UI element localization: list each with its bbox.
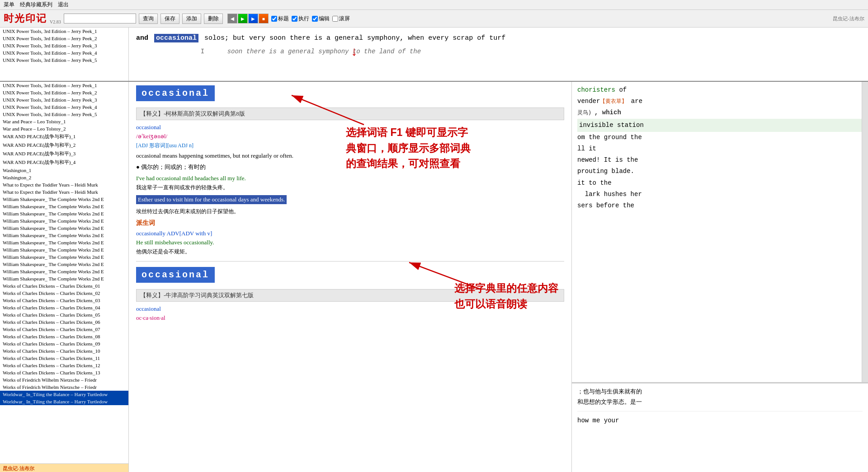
menu-item-exit[interactable]: 退出 <box>58 1 69 9</box>
book-item-11[interactable]: Washington_1 <box>0 167 128 174</box>
book-item-25[interactable]: William Shakespeare_ The Complete Works … <box>0 268 128 275</box>
menu-bar: 菜单 经典珍藏系列 退出 <box>0 0 868 10</box>
book-item-39[interactable]: Works of Charles Dickens – Charles Dicke… <box>0 369 128 376</box>
dict1-example2-en[interactable]: Esther used to visit him for the occasio… <box>136 195 287 204</box>
bottom-cn-text1: ；也与他与生俱来就有的 和思想的文学形态。是一 <box>577 386 863 411</box>
dict1-example2-cn: 埃丝特过去偶尔在周末或别的日子探望他。 <box>136 208 564 215</box>
book-item-33[interactable]: Works of Charles Dickens – Charles Dicke… <box>0 326 128 333</box>
add-button[interactable]: 添加 <box>182 14 201 24</box>
icon-btn-3[interactable]: ▶ <box>248 14 258 23</box>
dict2-phonetic: oc·ca·sion·al <box>136 314 564 322</box>
icon-btn-1[interactable]: ◀ <box>227 14 237 23</box>
book-item-top-0[interactable]: UNIX Power Tools, 3rd Edition – Jerry Pe… <box>0 28 128 35</box>
right-line-4: invisible station <box>577 119 863 132</box>
right-line-9: it to the <box>577 178 863 189</box>
book-item-28[interactable]: Works of Charles Dickens – Charles Dicke… <box>0 290 128 297</box>
book-item-38[interactable]: Works of Charles Dickens – Charles Dicke… <box>0 362 128 369</box>
book-item-31[interactable]: Works of Charles Dickens – Charles Dicke… <box>0 311 128 318</box>
right-line-2: vender【黄衣草】 are <box>577 96 863 107</box>
top-text-line1: and occasional solos; but very soon ther… <box>136 32 861 44</box>
toolbar: 时光印记 V2.83 查询 保存 添加 删除 ◀ ▶ ▶ ■ 标题 执行 编辑 … <box>0 10 868 28</box>
book-item-16[interactable]: William Shakespeare_ The Complete Works … <box>0 203 128 210</box>
dict1-pos: [ADJ 形容词][usu ADJ n] <box>136 142 564 150</box>
book-item-43[interactable]: Worldwar_ In_Tiling the Balance – Harry … <box>0 398 128 405</box>
book-item-40[interactable]: Works of Friedrich Wilhelm Nietzsche – F… <box>0 376 128 383</box>
book-item-29[interactable]: Works of Charles Dickens – Charles Dicke… <box>0 297 128 304</box>
menu-item-menu[interactable]: 菜单 <box>4 1 14 9</box>
icon-btn-4[interactable]: ■ <box>259 14 269 23</box>
book-item-4[interactable]: UNIX Power Tools, 3rd Edition – Jerry Pe… <box>0 111 128 118</box>
book-list[interactable]: UNIX Power Tools, 3rd Edition – Jerry Pe… <box>0 28 128 81</box>
book-item-top-1[interactable]: UNIX Power Tools, 3rd Edition – Jerry Pe… <box>0 35 128 42</box>
left-panel: UNIX Power Tools, 3rd Edition – Jerry Pe… <box>0 82 129 472</box>
which-text: which <box>602 109 621 116</box>
book-item-18[interactable]: William Shakespeare_ The Complete Works … <box>0 217 128 224</box>
book-item-3[interactable]: UNIX Power Tools, 3rd Edition – Jerry Pe… <box>0 103 128 111</box>
right-line-6: ll it <box>577 143 863 154</box>
book-item-19[interactable]: William Shakespeare_ The Complete Works … <box>0 224 128 232</box>
checkbox-execute[interactable]: 执行 <box>292 15 309 23</box>
book-item-42[interactable]: Worldwar_ In_Tiling the Balance – Harry … <box>0 391 128 398</box>
book-item-15[interactable]: William Shakespeare_ The Complete Works … <box>0 196 128 203</box>
book-item-1[interactable]: UNIX Power Tools, 3rd Edition – Jerry Pe… <box>0 89 128 96</box>
book-item-21[interactable]: William Shakespeare_ The Complete Works … <box>0 239 128 246</box>
book-list-main[interactable]: UNIX Power Tools, 3rd Edition – Jerry Pe… <box>0 82 128 463</box>
book-item-35[interactable]: Works of Charles Dickens – Charles Dicke… <box>0 340 128 347</box>
book-item-12[interactable]: Washington_2 <box>0 174 128 181</box>
book-item-top-2[interactable]: UNIX Power Tools, 3rd Edition – Jerry Pe… <box>0 42 128 49</box>
menu-item-series[interactable]: 经典珍藏系列 <box>20 1 52 9</box>
save-button[interactable]: 保存 <box>160 14 179 24</box>
book-item-30[interactable]: Works of Charles Dickens – Charles Dicke… <box>0 304 128 311</box>
book-item-24[interactable]: William Shakespeare_ The Complete Works … <box>0 261 128 268</box>
book-item-2[interactable]: UNIX Power Tools, 3rd Edition – Jerry Pe… <box>0 96 128 103</box>
book-item-0[interactable]: UNIX Power Tools, 3rd Edition – Jerry Pe… <box>0 82 128 89</box>
book-item-23[interactable]: William Shakespeare_ The Complete Works … <box>0 253 128 261</box>
right-line-11: sers before the <box>577 200 863 211</box>
book-item-26[interactable]: William Shakespeare_ The Complete Works … <box>0 275 128 282</box>
book-item-34[interactable]: Works of Charles Dickens – Charles Dicke… <box>0 333 128 340</box>
right-text-top: choristers of vender【黄衣草】 are 灵鸟）, which… <box>572 82 868 383</box>
search-button[interactable]: 查询 <box>139 14 158 24</box>
checkbox-scroll[interactable]: 滚屏 <box>332 15 350 23</box>
book-item-14[interactable]: What to Expect the Toddler Years – Heidi… <box>0 188 128 196</box>
top-right-label: 昆虫记-法布尔 <box>833 15 864 22</box>
book-item-37[interactable]: Works of Charles Dickens – Charles Dicke… <box>0 355 128 362</box>
app-version: V2.83 <box>50 19 61 24</box>
main-layout: UNIX Power Tools, 3rd Edition – Jerry Pe… <box>0 82 868 472</box>
book-item-27[interactable]: Works of Charles Dickens – Charles Dicke… <box>0 282 128 290</box>
checkbox-edit[interactable]: 编辑 <box>312 15 330 23</box>
book-item-20[interactable]: William Shakespeare_ The Complete Works … <box>0 232 128 239</box>
search-input[interactable] <box>64 14 136 23</box>
right-line-5: om the ground the <box>577 132 863 143</box>
right-line-3: 灵鸟）, which <box>577 107 863 118</box>
checkbox-title[interactable]: 标题 <box>271 15 289 23</box>
book-item-41[interactable]: Works of Friedrich Wilhelm Nietzsche – F… <box>0 383 128 391</box>
book-item-5[interactable]: War and Peace – Leo Tolstoy_1 <box>0 118 128 125</box>
book-item-10[interactable]: WAR AND PEACE(战争与和平)_4 <box>0 158 128 167</box>
dict1-example1-cn: 我这辈子一直有间或发作的轻微头疼。 <box>136 184 564 192</box>
book-item-top-4[interactable]: UNIX Power Tools, 3rd Edition – Jerry Pe… <box>0 56 128 64</box>
book-item-9[interactable]: WAR AND PEACE(战争与和平)_3 <box>0 150 128 158</box>
dict1-phonetic: /əˈkeiʒənəl/ <box>136 133 564 140</box>
right-text-bottom: ；也与他与生俱来就有的 和思想的文学形态。是一 how me your <box>572 383 868 472</box>
dict-content[interactable]: occasional 【释义】-柯林斯高阶英汉双解词典第8版 occasiona… <box>129 82 571 472</box>
book-item-13[interactable]: What to Expect the Toddler Years – Heidi… <box>0 181 128 188</box>
book-item-17[interactable]: William Shakespeare_ The Complete Works … <box>0 210 128 217</box>
delete-button[interactable]: 删除 <box>204 14 223 24</box>
icon-btn-2[interactable]: ▶ <box>238 14 248 23</box>
book-item-32[interactable]: Works of Charles Dickens – Charles Dicke… <box>0 318 128 326</box>
right-scrollbar[interactable] <box>862 82 868 382</box>
dict1-cn-def: ● 偶尔的；间或的；有时的 <box>136 163 564 171</box>
book-item-top-3[interactable]: UNIX Power Tools, 3rd Edition – Jerry Pe… <box>0 49 128 56</box>
dict1-derivative-ex1-cn: 他偶尔还是会不规矩。 <box>136 248 564 256</box>
right-line-1: choristers of <box>577 84 863 96</box>
dict2-source: 【释义】-牛津高阶学习词典英汉双解第七版 <box>136 289 564 302</box>
book-item-7[interactable]: WAR AND PEACE(战争与和平)_1 <box>0 132 128 141</box>
book-item-6[interactable]: War and Peace – Leo Tolstoy_2 <box>0 125 128 132</box>
book-item-22[interactable]: William Shakespeare_ The Complete Works … <box>0 246 128 253</box>
book-item-8[interactable]: WAR AND PEACE(战争与和平)_2 <box>0 141 128 150</box>
right-line-8: prouting blade. <box>577 166 863 177</box>
text-and: and <box>136 34 148 42</box>
book-item-36[interactable]: Works of Charles Dickens – Charles Dicke… <box>0 347 128 355</box>
left-bottom-label: 昆虫记-法布尔 <box>0 463 128 472</box>
